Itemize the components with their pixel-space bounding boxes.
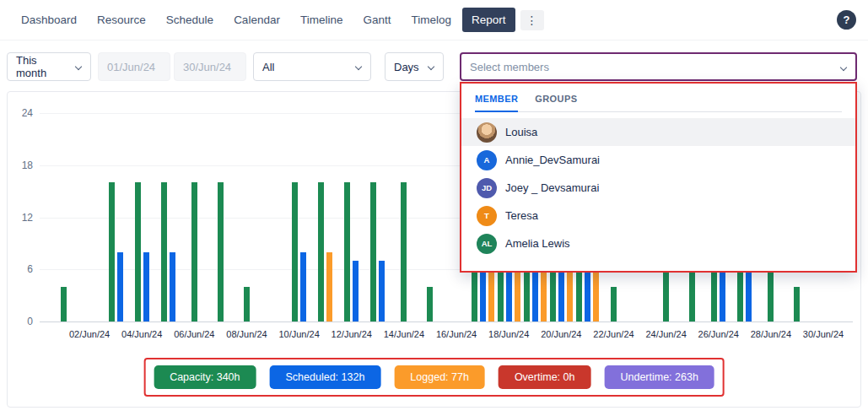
member-name: Amelia Lewis (505, 237, 570, 250)
nav-tabs: DashboardResourceScheduleCalendarTimelin… (12, 8, 515, 32)
nav-tab-timelog[interactable]: Timelog (402, 8, 461, 32)
unit-select[interactable]: Days (385, 52, 444, 81)
bar-scheduled[interactable] (117, 252, 123, 321)
member-list: LouisaAAnnie_DevSamuraiJDJoey _ Devsamur… (461, 118, 855, 257)
x-axis-label: 12/Jun/24 (324, 329, 380, 339)
y-axis-label: 24 (8, 107, 33, 119)
bar-capacity[interactable] (370, 182, 376, 321)
member-row[interactable]: JDJoey _ Devsamurai (461, 174, 855, 202)
member-name: Teresa (505, 209, 538, 222)
nav-tab-timeline[interactable]: Timeline (291, 8, 353, 32)
date-to-input[interactable]: 30/Jun/24 (174, 52, 246, 81)
bar-scheduled[interactable] (170, 252, 175, 321)
y-axis-label: 12 (8, 212, 33, 224)
legend-capacity-button[interactable]: Capacity: 340h (154, 365, 256, 389)
member-avatar-initials: JD (477, 178, 497, 198)
x-axis-label: 18/Jun/24 (481, 329, 536, 339)
bar-capacity[interactable] (401, 182, 407, 321)
bar-logged[interactable] (326, 252, 332, 321)
bar-capacity[interactable] (244, 287, 250, 321)
y-axis-label: 0 (8, 316, 33, 327)
date-from-input[interactable]: 01/Jun/24 (98, 52, 170, 81)
bar-capacity[interactable] (292, 182, 298, 321)
chevron-down-icon (840, 64, 847, 71)
legend-annotation-box: Capacity: 340hScheduled: 132hLogged: 77h… (143, 358, 725, 397)
bar-scheduled[interactable] (353, 261, 359, 321)
chevron-down-icon (428, 63, 434, 70)
chart-legend: Capacity: 340hScheduled: 132hLogged: 77h… (154, 365, 714, 389)
member-panel-tabs: MEMBERGROUPS (475, 84, 842, 112)
x-axis-label: 04/Jun/24 (114, 329, 170, 339)
bar-scheduled[interactable] (143, 252, 149, 321)
x-axis-label: 10/Jun/24 (272, 329, 327, 339)
y-axis-label: 6 (8, 263, 33, 275)
member-avatar-photo (477, 122, 497, 143)
period-select[interactable]: This month (7, 52, 91, 81)
x-axis-label: 02/Jun/24 (62, 329, 117, 339)
filter-bar: This month 01/Jun/24 30/Jun/24 All Days … (0, 52, 868, 81)
x-axis-label: 26/Jun/24 (691, 329, 747, 339)
x-axis-label: 28/Jun/24 (743, 329, 799, 339)
chevron-down-icon (75, 63, 82, 70)
scope-select[interactable]: All (253, 52, 371, 81)
period-value: This month (16, 54, 67, 79)
members-placeholder: Select members (470, 61, 549, 73)
bar-capacity[interactable] (794, 287, 800, 321)
x-axis-label: 16/Jun/24 (429, 329, 484, 339)
unit-value: Days (394, 61, 419, 73)
member-avatar-initials: T (477, 206, 497, 226)
member-row[interactable]: ALAmelia Lewis (461, 230, 855, 257)
member-name: Louisa (505, 126, 537, 138)
x-axis-label: 08/Jun/24 (218, 329, 274, 339)
bar-capacity[interactable] (344, 182, 350, 321)
x-axis-label: 30/Jun/24 (795, 329, 851, 339)
bar-capacity[interactable] (611, 287, 617, 321)
top-navigation: DashboardResourceScheduleCalendarTimelin… (0, 0, 868, 41)
nav-tab-schedule[interactable]: Schedule (157, 8, 223, 32)
member-name: Joey _ Devsamurai (505, 181, 599, 194)
nav-tab-gantt[interactable]: Gantt (353, 8, 400, 32)
nav-tab-calendar[interactable]: Calendar (224, 8, 289, 32)
more-options-button[interactable]: ⋮ (520, 10, 544, 30)
member-row[interactable]: AAnnie_DevSamurai (461, 146, 855, 174)
x-axis-label: 20/Jun/24 (533, 329, 589, 339)
x-axis-line (40, 321, 853, 322)
bar-capacity[interactable] (61, 287, 67, 321)
nav-tab-report[interactable]: Report (462, 8, 515, 32)
chevron-down-icon (355, 63, 362, 70)
bar-capacity[interactable] (218, 182, 224, 321)
bar-capacity[interactable] (161, 182, 167, 321)
x-axis-label: 24/Jun/24 (639, 329, 694, 339)
x-axis-label: 06/Jun/24 (166, 329, 222, 339)
bar-capacity[interactable] (109, 182, 115, 321)
bar-capacity[interactable] (318, 182, 324, 321)
member-row[interactable]: TTeresa (461, 202, 855, 230)
scope-value: All (262, 61, 274, 73)
bar-capacity[interactable] (135, 182, 141, 321)
panel-tab-groups[interactable]: GROUPS (535, 94, 577, 111)
bar-scheduled[interactable] (300, 252, 306, 321)
bar-capacity[interactable] (191, 182, 197, 321)
nav-tab-resource[interactable]: Resource (88, 8, 155, 32)
members-select[interactable]: Select members (460, 52, 857, 81)
y-axis-label: 18 (8, 159, 33, 171)
member-avatar-initials: AL (477, 234, 497, 254)
bar-scheduled[interactable] (379, 261, 385, 321)
legend-logged-button[interactable]: Logged: 77h (394, 365, 485, 389)
legend-scheduled-button[interactable]: Scheduled: 132h (270, 365, 381, 389)
x-axis-label: 14/Jun/24 (376, 329, 432, 339)
x-axis-label: 22/Jun/24 (585, 329, 641, 339)
bar-capacity[interactable] (427, 287, 433, 321)
help-button[interactable]: ? (837, 10, 856, 30)
legend-undertime-button[interactable]: Undertime: 263h (604, 365, 714, 389)
member-row[interactable]: Louisa (461, 118, 855, 146)
nav-tab-dashboard[interactable]: Dashboard (12, 8, 86, 32)
member-panel: MEMBERGROUPS LouisaAAnnie_DevSamuraiJDJo… (460, 82, 857, 273)
panel-tab-member[interactable]: MEMBER (475, 94, 518, 112)
member-name: Annie_DevSamurai (505, 154, 600, 166)
member-avatar-initials: A (477, 150, 497, 170)
legend-overtime-button[interactable]: Overtime: 0h (499, 365, 591, 389)
